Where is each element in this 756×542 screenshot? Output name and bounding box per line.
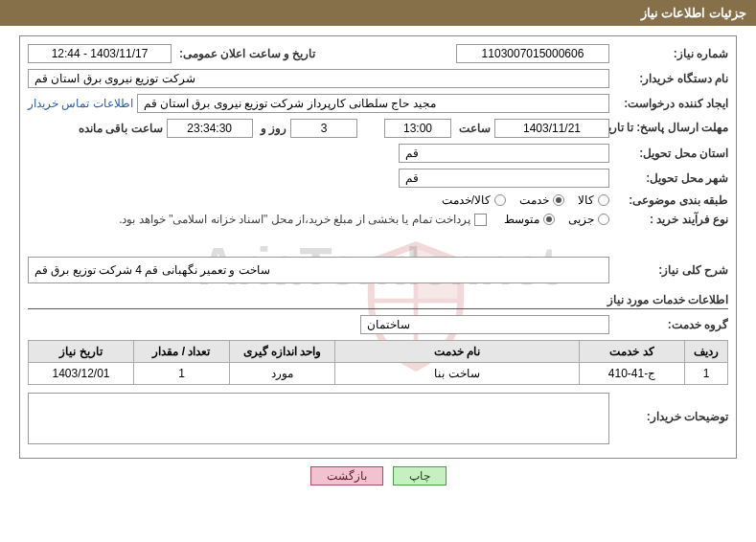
table-row: 1 ج-41-410 ساخت بنا مورد 1 1403/12/01 [29, 363, 728, 385]
time-remaining-field: 23:34:30 [167, 119, 253, 138]
payment-note: پرداخت تمام یا بخشی از مبلغ خرید،از محل … [119, 213, 470, 226]
table-header-row: ردیف کد خدمت نام خدمت واحد اندازه گیری ت… [29, 341, 728, 363]
days-word: روز و [257, 122, 286, 135]
td-date: 1403/12/01 [29, 363, 134, 385]
td-qty: 1 [134, 363, 230, 385]
category-service-label: خدمت [519, 193, 549, 207]
deadline-date-field: 1403/11/21 [494, 119, 609, 138]
purchase-partial-label: جزیی [568, 213, 594, 226]
th-code: کد خدمت [580, 341, 685, 363]
category-service-radio[interactable]: خدمت [519, 193, 564, 207]
services-info-title: اطلاعات خدمات مورد نیاز [28, 289, 728, 309]
need-number-label: شماره نیاز: [613, 47, 728, 60]
purchase-type-label: نوع فرآیند خرید : [613, 213, 728, 226]
purchase-type-radio-group: جزیی متوسط [504, 213, 609, 226]
requester-label: ایجاد کننده درخواست: [613, 97, 728, 110]
time-label: ساعت [455, 122, 491, 135]
requester-field: مجید حاج سلطانی کارپرداز شرکت توزیع نیرو… [137, 94, 609, 113]
back-button[interactable]: بازگشت [310, 466, 383, 486]
th-name: نام خدمت [335, 341, 580, 363]
td-name: ساخت بنا [335, 363, 580, 385]
need-desc-field: ساخت و تعمیر نگهبانی قم 4 شرکت توزیع برق… [28, 257, 609, 283]
service-group-field: ساختمان [360, 315, 609, 334]
purchase-partial-radio[interactable]: جزیی [568, 213, 609, 226]
th-date: تاریخ نیاز [29, 341, 134, 363]
category-radio-group: کالا خدمت کالا/خدمت [442, 193, 609, 207]
td-unit: مورد [230, 363, 335, 385]
delivery-province-label: استان محل تحویل: [613, 147, 728, 160]
deadline-label: مهلت ارسال پاسخ: تا تاریخ: [613, 121, 728, 136]
category-goods-label: کالا [578, 193, 594, 207]
service-group-label: گروه خدمت: [613, 318, 728, 331]
delivery-province-field: قم [399, 144, 609, 163]
days-remaining-field: 3 [290, 119, 357, 138]
buyer-org-label: نام دستگاه خریدار: [613, 72, 728, 85]
treasury-checkbox[interactable] [474, 214, 487, 226]
td-code: ج-41-410 [580, 363, 685, 385]
radio-icon [598, 194, 609, 206]
announce-label: تاریخ و ساعت اعلان عمومی: [175, 47, 315, 60]
category-label: طبقه بندی موضوعی: [613, 193, 728, 207]
th-qty: تعداد / مقدار [134, 341, 230, 363]
services-table: ردیف کد خدمت نام خدمت واحد اندازه گیری ت… [28, 340, 728, 385]
page-title: جزئیات اطلاعات نیاز [641, 6, 746, 20]
buyer-notes-box [28, 393, 609, 444]
buyer-org-field: شرکت توزیع نیروی برق استان قم [28, 69, 609, 88]
category-goods-service-radio[interactable]: کالا/خدمت [442, 193, 506, 207]
radio-icon [598, 214, 609, 225]
delivery-city-label: شهر محل تحویل: [613, 171, 728, 185]
th-unit: واحد اندازه گیری [230, 341, 335, 363]
radio-icon [494, 194, 506, 206]
delivery-city-field: قم [399, 169, 609, 188]
radio-icon [553, 194, 564, 206]
deadline-time-field: 13:00 [384, 119, 451, 138]
need-desc-label: شرح کلی نیاز: [613, 263, 728, 277]
td-row: 1 [685, 363, 728, 385]
category-goods-service-label: کالا/خدمت [442, 193, 491, 207]
purchase-medium-radio[interactable]: متوسط [504, 213, 555, 226]
th-row: ردیف [685, 341, 728, 363]
announce-field: 1403/11/17 - 12:44 [28, 44, 172, 63]
print-button[interactable]: چاپ [393, 466, 447, 486]
need-number-field: 1103007015000606 [456, 44, 609, 63]
radio-icon [543, 214, 555, 225]
category-goods-radio[interactable]: کالا [578, 193, 609, 207]
remaining-suffix: ساعت باقی مانده [75, 122, 163, 135]
page-header: جزئیات اطلاعات نیاز [0, 0, 756, 26]
buyer-notes-label: توضیحات خریدار: [613, 393, 728, 423]
buyer-contact-link[interactable]: اطلاعات تماس خریدار [28, 97, 133, 110]
purchase-medium-label: متوسط [504, 213, 539, 226]
